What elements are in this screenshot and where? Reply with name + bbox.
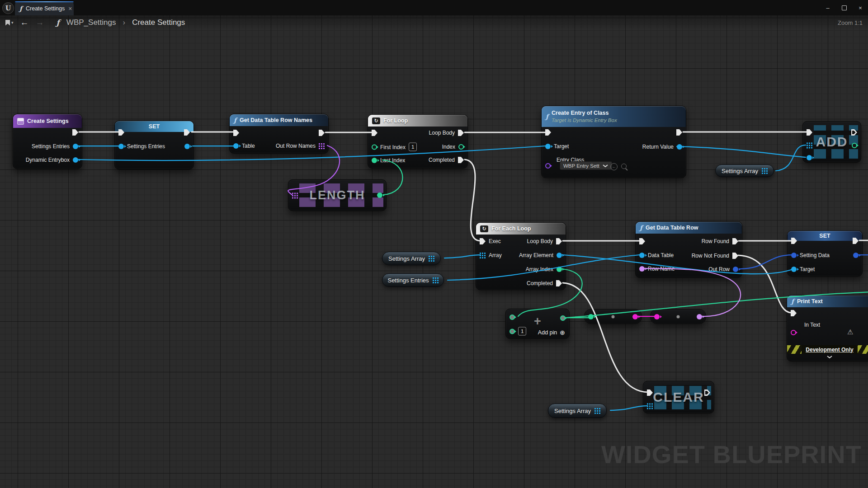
pin-array[interactable]: Array [480, 252, 502, 258]
pin-grid-left[interactable] [807, 143, 812, 149]
pin-exec-right[interactable] [676, 129, 682, 136]
forward-button[interactable]: → [36, 18, 44, 28]
pin-circle-left[interactable] [807, 155, 812, 160]
node-for-each-loop[interactable]: ↻For Each LoopExecArrayLoop BodyArray El… [476, 222, 566, 290]
node-set-settings-entries[interactable]: SETSettings Entries [114, 121, 194, 169]
back-button[interactable]: ← [20, 18, 29, 28]
close-icon[interactable]: × [857, 5, 863, 11]
pin-out-row[interactable]: Out Row [708, 266, 738, 272]
maximize-icon[interactable] [841, 5, 847, 11]
pin-value-input[interactable]: 1 [518, 327, 526, 336]
variable-pill-settings-array[interactable]: Settings Array [715, 164, 774, 177]
breadcrumb-parent[interactable]: WBP_Settings [66, 18, 116, 27]
pin-completed[interactable]: Completed [527, 280, 562, 286]
unreal-engine-logo-icon[interactable]: U [2, 2, 14, 14]
node-create-entry-of-class[interactable]: ƒCreate Entry of ClassTarget is Dynamic … [541, 106, 686, 178]
pin-exec-right[interactable] [853, 238, 859, 244]
pin-last-index[interactable]: Last Index [372, 157, 405, 164]
pin-circle-left[interactable] [654, 314, 660, 319]
pin-row-found[interactable]: Row Found [702, 238, 738, 244]
node-clear[interactable]: CLEAR [643, 381, 714, 413]
node-conv-string-to-name[interactable] [650, 309, 706, 324]
class-select-dropdown[interactable]: WBP Entry Sett [560, 161, 612, 170]
pin-circle-right[interactable] [632, 314, 638, 319]
pin-first-index[interactable]: First Index1 [372, 143, 417, 151]
node-for-loop[interactable]: ↻For LoopFirst Index1Last IndexLoop Body… [368, 114, 468, 169]
node-get-data-table-row-names[interactable]: ƒGet Data Table Row NamesTableOut Row Na… [229, 114, 329, 154]
pin-circle-right[interactable] [184, 144, 190, 149]
pin-completed[interactable]: Completed [429, 157, 464, 163]
pin-exec-left[interactable] [647, 389, 653, 396]
minimize-icon[interactable]: – [825, 5, 831, 11]
pin-row-not-found[interactable]: Row Not Found [692, 253, 738, 259]
pin-settings-entries[interactable]: Settings Entries [118, 143, 165, 150]
pin-circle-right[interactable] [560, 315, 566, 321]
pin-exec-right[interactable] [704, 389, 710, 396]
pin-target[interactable]: Target [545, 143, 569, 150]
node-length[interactable]: LENGTH [288, 179, 387, 211]
blueprint-graph[interactable]: Create SettingsSettings EntriesDynamic E… [0, 0, 868, 488]
pin-target[interactable]: Target [791, 266, 815, 272]
variable-pill-settings-array[interactable]: Settings Array [382, 252, 441, 265]
pin-exec-right[interactable] [319, 130, 325, 136]
node-add-array[interactable]: ADD [802, 121, 861, 163]
pin-dynamic-entrybox[interactable]: Dynamic Entrybox [26, 157, 78, 163]
reset-to-default-icon[interactable] [610, 163, 618, 170]
variable-pill-settings-entries[interactable]: Settings Entries [382, 273, 444, 287]
add-pin-button[interactable]: Add pin⊕ [538, 329, 565, 336]
pin-grid-left[interactable] [292, 193, 298, 199]
pin-loop-body[interactable]: Loop Body [527, 238, 562, 244]
pin-circle-right[interactable] [852, 143, 857, 148]
pin-out-row-names[interactable]: Out Row Names [276, 143, 325, 149]
pin-label: Completed [429, 157, 455, 163]
browse-icon[interactable] [621, 164, 627, 169]
pin-value-input[interactable]: 1 [409, 143, 417, 151]
pin-exec[interactable]: Exec [480, 238, 501, 244]
pin-grid-left[interactable] [647, 404, 653, 409]
pin-circle-left[interactable] [509, 314, 515, 320]
variable-pill-settings-array[interactable]: Settings Array [548, 404, 607, 418]
pin-circle-left[interactable] [545, 163, 551, 169]
node-print-text[interactable]: ƒPrint TextIn Text⚠Development Only [787, 295, 868, 361]
pin-circle-left[interactable] [791, 330, 796, 335]
bookmarks-button[interactable]: ▾ [5, 20, 14, 26]
pin-exec-left[interactable] [639, 238, 645, 244]
node-conv-int-to-string[interactable] [584, 309, 642, 324]
pin-data-table[interactable]: Data Table [639, 252, 674, 258]
node-header-text: Create Entry of ClassTarget is Dynamic E… [552, 110, 617, 123]
pin-row-name[interactable]: Row Name [639, 266, 675, 272]
pin-exec-left[interactable] [233, 130, 239, 136]
tab-create-settings[interactable]: ƒ Create Settings × [15, 1, 74, 15]
pin-label: Row Not Found [692, 253, 729, 259]
pin-exec-right[interactable] [851, 129, 857, 136]
pin-icon [588, 314, 594, 319]
breadcrumb-current[interactable]: Create Settings [132, 18, 185, 27]
tab-close-icon[interactable]: × [68, 5, 72, 12]
pin-table[interactable]: Table [233, 143, 255, 149]
pin-circle-right[interactable] [377, 192, 382, 198]
pin-exec-left[interactable] [791, 238, 797, 244]
pin-return-value[interactable]: Return Value [642, 144, 682, 150]
pin-exec-right[interactable] [72, 129, 78, 136]
pin-exec-left[interactable] [545, 129, 551, 136]
pin-loop-body[interactable]: Loop Body [429, 130, 464, 136]
pin-exec-right[interactable] [184, 129, 190, 136]
pin-circle-left[interactable] [588, 314, 594, 319]
pin-setting-data[interactable]: Setting Data [791, 252, 830, 258]
node-add-int[interactable]: 1+Add pin⊕ [505, 309, 570, 339]
pin-exec-left[interactable] [791, 310, 797, 316]
pin-settings-entries[interactable]: Settings Entries [32, 143, 78, 150]
pin-exec-left[interactable] [372, 130, 377, 136]
expand-node-chevron-icon[interactable] [787, 355, 868, 359]
pin-exec-left[interactable] [807, 129, 812, 136]
pin-array-index[interactable]: Array Index [526, 266, 562, 272]
pin-circle-left[interactable]: 1 [509, 327, 526, 336]
node-set-setting-data[interactable]: SETSetting DataTarget [787, 230, 863, 277]
pin-circle-right[interactable] [697, 314, 702, 319]
pin-exec-left[interactable] [118, 129, 124, 136]
pin-circle-right[interactable] [853, 253, 859, 258]
node-create-settings[interactable]: Create SettingsSettings EntriesDynamic E… [13, 114, 82, 169]
pin-array-element[interactable]: Array Element [519, 252, 562, 258]
node-get-data-table-row[interactable]: ƒGet Data Table RowData TableRow NameRow… [635, 221, 742, 278]
pin-index[interactable]: Index [442, 144, 464, 150]
